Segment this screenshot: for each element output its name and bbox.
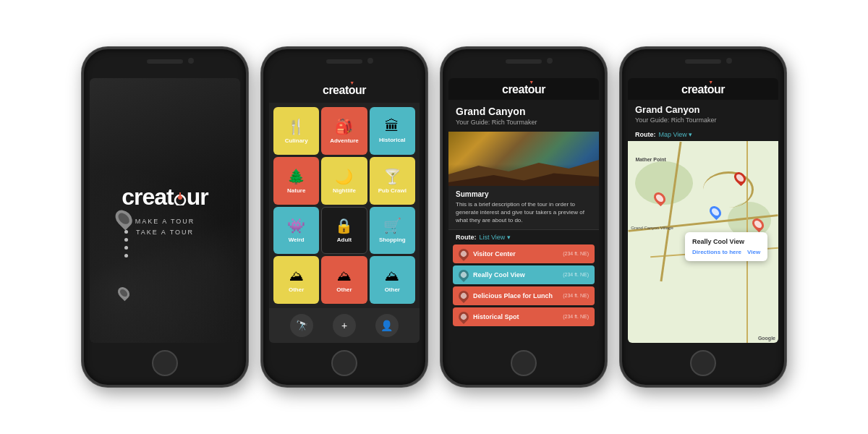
summary-title: Summary	[456, 190, 592, 198]
adventure-icon: 🎒	[335, 118, 353, 135]
path-dot	[124, 254, 128, 258]
category-other-2[interactable]: ⛰ Other	[321, 256, 367, 304]
weird-label: Weird	[289, 237, 305, 243]
splash-content: creat ur MAKE A TOUR TAKE A TOUR	[122, 184, 208, 237]
other2-icon: ⛰	[337, 268, 352, 284]
stop-pin-icon	[456, 247, 471, 261]
map-area[interactable]: Mather Point Grand Canyon Village Really…	[628, 141, 778, 343]
category-pubcrawl[interactable]: 🍸 Pub Crawl	[370, 157, 415, 205]
stop-name: Visitor Center	[473, 250, 558, 258]
phone-home-button[interactable]	[511, 350, 537, 376]
map-background: Mather Point Grand Canyon Village Really…	[628, 141, 778, 343]
stop-distance: (234 ft. NE)	[563, 251, 589, 256]
other1-label: Other	[289, 286, 304, 293]
category-other-1[interactable]: ⛰ Other	[273, 256, 319, 304]
phones-container: creat ur MAKE A TOUR TAKE A TOUR	[67, 33, 801, 401]
svg-point-1	[178, 195, 182, 200]
stop-visitor-center[interactable]: Visitor Center (234 ft. NE)	[453, 244, 595, 263]
map-route-label: Route:	[635, 131, 656, 138]
tour-image	[448, 132, 599, 186]
map-popup: Really Cool View Directions to here View	[685, 232, 767, 261]
other3-icon: ⛰	[385, 268, 399, 284]
path-dot	[124, 246, 128, 250]
other2-label: Other	[336, 286, 352, 293]
phone-map: creatour Grand Canyon Your Guide: Rich T…	[620, 47, 786, 387]
phone-screen-splash: creat ur MAKE A TOUR TAKE A TOUR	[90, 78, 240, 343]
nature-label: Nature	[287, 187, 305, 194]
map-label-mather: Mather Point	[635, 157, 665, 162]
tour-title-section: Grand Canyon Your Guide: Rich Tourmaker	[448, 100, 599, 132]
pubcrawl-label: Pub Crawl	[378, 187, 407, 194]
tour-header: creatour	[448, 78, 599, 100]
map-tour-guide: Your Guide: Rich Tourmaker	[635, 116, 771, 124]
other1-icon: ⛰	[289, 268, 304, 284]
map-tour-title: Grand Canyon	[635, 104, 771, 115]
phone-screen-map: creatour Grand Canyon Your Guide: Rich T…	[628, 78, 778, 343]
stop-historical[interactable]: Historical Spot (234 ft. NE)	[453, 307, 595, 326]
stop-lunch[interactable]: Delicious Place for Lunch (234 ft. NE)	[453, 286, 595, 305]
categories-grid[interactable]: 🍴 Culinary 🎒 Adventure 🏛 Historical 🌲 Na…	[269, 103, 420, 308]
category-nature[interactable]: 🌲 Nature	[273, 157, 319, 205]
phone-home-button[interactable]	[152, 350, 178, 376]
binoculars-button[interactable]: 🔭	[290, 314, 313, 337]
phone-screen-tour: creatour Grand Canyon Your Guide: Rich T…	[448, 78, 599, 343]
map-route-header: Route: Map View ▾	[628, 128, 778, 141]
stop-name: Really Cool View	[473, 271, 558, 278]
phone-categories: creatour 🍴 Culinary 🎒 Adventure 🏛 Histor…	[261, 47, 427, 387]
route-label: Route:	[456, 234, 477, 241]
logo-pin-letter: o	[528, 83, 535, 96]
nightlife-label: Nightlife	[333, 187, 356, 194]
popup-actions: Directions to here View	[692, 249, 760, 255]
route-mode-toggle[interactable]: List View ▾	[480, 234, 511, 241]
add-button[interactable]: +	[333, 314, 356, 337]
map-pin-small	[116, 285, 132, 302]
directions-button[interactable]: Directions to here	[692, 249, 741, 255]
category-weird[interactable]: 👾 Weird	[273, 207, 319, 255]
adult-label: Adult	[337, 237, 352, 243]
category-adult[interactable]: 🔒 Adult	[321, 207, 367, 255]
category-other-3[interactable]: ⛰ Other	[370, 256, 415, 304]
path-dot	[124, 238, 128, 242]
map-header: creatour	[628, 78, 778, 100]
tour-stops-list: Visitor Center (234 ft. NE) Really Cool …	[448, 244, 599, 343]
map-tour-info: Grand Canyon Your Guide: Rich Tourmaker	[628, 100, 778, 128]
logo-pin-letter: o	[707, 83, 714, 96]
stop-cool-view[interactable]: Really Cool View (234 ft. NE)	[453, 265, 595, 284]
map-route-mode-toggle[interactable]: Map View ▾	[659, 131, 693, 138]
phone-splash: creat ur MAKE A TOUR TAKE A TOUR	[82, 47, 248, 387]
category-culinary[interactable]: 🍴 Culinary	[273, 107, 319, 155]
phone-camera	[726, 58, 732, 64]
profile-button[interactable]: 👤	[375, 314, 399, 337]
stop-distance: (234 ft. NE)	[563, 293, 589, 298]
pubcrawl-icon: 🍸	[383, 168, 401, 185]
tour-summary: Summary This is a brief description of t…	[448, 186, 599, 230]
bottom-bar: 🔭 + 👤	[269, 308, 420, 343]
stop-distance: (234 ft. NE)	[563, 314, 589, 319]
category-historical[interactable]: 🏛 Historical	[370, 107, 415, 155]
culinary-icon: 🍴	[287, 118, 305, 135]
phone-camera	[367, 58, 373, 64]
phone-home-button[interactable]	[331, 350, 357, 376]
shopping-label: Shopping	[379, 237, 406, 243]
other3-label: Other	[385, 286, 400, 293]
tour-header-logo: creatour	[502, 83, 545, 96]
tour-guide: Your Guide: Rich Tourmaker	[456, 119, 592, 126]
stop-pin-icon	[456, 268, 471, 282]
category-shopping[interactable]: 🛒 Shopping	[370, 207, 415, 255]
category-nightlife[interactable]: 🌙 Nightlife	[321, 157, 367, 205]
logo-text-creat: creat	[122, 184, 174, 210]
map-screen: creatour Grand Canyon Your Guide: Rich T…	[628, 78, 778, 343]
map-label-village: Grand Canyon Village	[631, 226, 673, 230]
phone-home-button[interactable]	[690, 350, 716, 376]
category-adventure[interactable]: 🎒 Adventure	[321, 107, 367, 155]
phone-camera	[547, 58, 553, 64]
logo-text-ur: ur	[187, 184, 208, 210]
view-button[interactable]: View	[747, 249, 760, 255]
tour-list-screen: creatour Grand Canyon Your Guide: Rich T…	[448, 78, 599, 343]
splash-tagline: MAKE A TOUR TAKE A TOUR	[135, 216, 195, 237]
phone-screen-categories: creatour 🍴 Culinary 🎒 Adventure 🏛 Histor…	[269, 78, 420, 343]
phone-tour-list: creatour Grand Canyon Your Guide: Rich T…	[441, 47, 607, 387]
historical-label: Historical	[379, 137, 405, 143]
weird-icon: 👾	[287, 217, 305, 234]
phone-camera	[188, 58, 194, 64]
